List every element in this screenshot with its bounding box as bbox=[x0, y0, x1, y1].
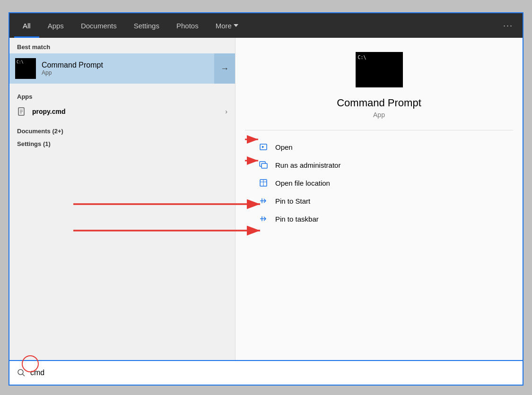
propy-cmd-arrow: › bbox=[225, 108, 227, 115]
main-content: Best match Command Prompt App → Apps bbox=[9, 38, 523, 360]
more-options-button[interactable]: ··· bbox=[498, 21, 518, 31]
tab-documents-label: Documents bbox=[81, 22, 117, 30]
best-match-label: Best match bbox=[9, 38, 235, 53]
tab-settings-label: Settings bbox=[134, 22, 159, 30]
tab-all[interactable]: All bbox=[14, 13, 39, 38]
tab-documents[interactable]: Documents bbox=[72, 13, 125, 38]
action-open-file-location[interactable]: Open file location bbox=[254, 174, 504, 192]
right-content-wrapper: Command Prompt App Open bbox=[245, 52, 513, 228]
open-label: Open bbox=[275, 143, 293, 151]
action-pin-start[interactable]: Pin to Start bbox=[254, 192, 504, 210]
tab-more-label: More bbox=[216, 22, 232, 30]
propy-cmd-item[interactable]: propy.cmd › bbox=[9, 103, 235, 120]
tab-photos-label: Photos bbox=[176, 22, 199, 30]
open-file-location-label: Open file location bbox=[275, 179, 330, 187]
search-window: All Apps Documents Settings Photos More … bbox=[9, 12, 523, 386]
pin-start-icon bbox=[258, 197, 269, 205]
svg-point-19 bbox=[18, 369, 23, 375]
action-pin-taskbar[interactable]: Pin to taskbar bbox=[254, 210, 504, 228]
pin-taskbar-icon bbox=[258, 215, 269, 223]
search-input[interactable] bbox=[30, 369, 515, 377]
apps-section: Apps propy.cmd › bbox=[9, 84, 235, 124]
cmd-app-icon bbox=[15, 58, 36, 79]
svg-line-20 bbox=[23, 374, 25, 377]
best-match-type: App bbox=[42, 69, 229, 76]
app-preview-icon bbox=[356, 52, 403, 87]
action-run-admin[interactable]: Run as administrator bbox=[254, 156, 504, 174]
svg-rect-7 bbox=[262, 163, 267, 168]
propy-cmd-icon bbox=[17, 107, 26, 116]
search-icon bbox=[17, 369, 26, 377]
action-list: Open Run as administrator bbox=[245, 138, 513, 228]
tab-photos[interactable]: Photos bbox=[168, 13, 207, 38]
divider bbox=[245, 130, 513, 130]
best-match-name: Command Prompt bbox=[42, 61, 229, 69]
pin-taskbar-label: Pin to taskbar bbox=[275, 215, 319, 223]
tab-more[interactable]: More bbox=[207, 13, 247, 38]
best-match-arrow[interactable]: → bbox=[214, 53, 235, 84]
left-panel: Best match Command Prompt App → Apps bbox=[9, 38, 235, 360]
app-preview-type: App bbox=[373, 111, 385, 119]
svg-marker-0 bbox=[234, 24, 238, 27]
best-match-text: Command Prompt App bbox=[42, 61, 229, 76]
settings-label: Settings (1) bbox=[9, 137, 235, 149]
open-file-location-icon bbox=[258, 179, 269, 187]
tab-bar: All Apps Documents Settings Photos More … bbox=[9, 13, 523, 38]
open-icon bbox=[258, 143, 269, 151]
tab-apps-label: Apps bbox=[48, 22, 64, 30]
apps-section-label: Apps bbox=[9, 87, 235, 103]
run-admin-label: Run as administrator bbox=[275, 161, 340, 169]
propy-cmd-name: propy.cmd bbox=[32, 108, 225, 115]
app-preview-name: Command Prompt bbox=[337, 97, 421, 109]
tab-all-label: All bbox=[23, 22, 31, 30]
best-match-item[interactable]: Command Prompt App → bbox=[9, 53, 235, 84]
pin-start-label: Pin to Start bbox=[275, 197, 310, 205]
action-open[interactable]: Open bbox=[254, 138, 504, 156]
right-panel: Command Prompt App Open bbox=[235, 38, 523, 360]
file-icon bbox=[17, 107, 26, 116]
run-admin-icon bbox=[258, 161, 269, 169]
tab-settings[interactable]: Settings bbox=[125, 13, 168, 38]
search-bar bbox=[9, 360, 523, 385]
tab-apps[interactable]: Apps bbox=[39, 13, 72, 38]
chevron-down-icon bbox=[234, 23, 238, 28]
documents-label: Documents (2+) bbox=[9, 124, 235, 137]
